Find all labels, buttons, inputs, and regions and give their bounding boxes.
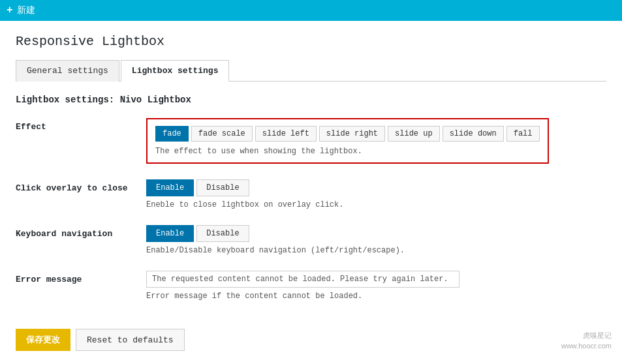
- error-message-label: Error message: [16, 271, 146, 284]
- error-message-control: Error message if the content cannot be l…: [146, 271, 606, 301]
- effect-btn-slide-down[interactable]: slide down: [443, 126, 504, 142]
- tab-general[interactable]: General settings: [16, 60, 119, 82]
- effect-row: Effect fade fade scale slide left slide …: [16, 118, 606, 164]
- main-content: Responsive Lightbox General settings Lig…: [0, 21, 622, 364]
- effect-hint: The effect to use when showing the light…: [155, 147, 540, 156]
- footer-buttons: 保存更改 Reset to defaults: [16, 329, 185, 351]
- overlay-close-control: Enable Disable Eneble to close lightbox …: [146, 179, 606, 209]
- effect-btn-fall[interactable]: fall: [506, 126, 540, 142]
- plus-icon: +: [7, 5, 13, 16]
- watermark-line2: www.hoocr.com: [561, 341, 612, 351]
- error-message-row: Error message Error message if the conte…: [16, 271, 606, 301]
- effect-control: fade fade scale slide left slide right s…: [146, 118, 606, 164]
- watermark: 虎嗅星记 www.hoocr.com: [561, 331, 612, 351]
- keyboard-nav-toggle: Enable Disable: [146, 225, 606, 242]
- overlay-close-toggle: Enable Disable: [146, 179, 606, 196]
- keyboard-nav-control: Enable Disable Enable/Disable keyboard n…: [146, 225, 606, 255]
- keyboard-nav-enable[interactable]: Enable: [146, 225, 194, 242]
- overlay-close-row: Click overlay to close Enable Disable En…: [16, 179, 606, 209]
- keyboard-nav-label: Keyboard navigation: [16, 225, 146, 239]
- page-title: Responsive Lightbox: [16, 34, 606, 49]
- effect-label: Effect: [16, 118, 146, 132]
- keyboard-nav-disable[interactable]: Disable: [196, 225, 249, 242]
- top-bar: + 新建: [0, 0, 622, 21]
- tab-lightbox[interactable]: Lightbox settings: [121, 60, 230, 82]
- effect-btn-slide-up[interactable]: slide up: [388, 126, 440, 142]
- keyboard-nav-row: Keyboard navigation Enable Disable Enabl…: [16, 225, 606, 255]
- save-button[interactable]: 保存更改: [16, 329, 70, 351]
- section-heading: Lightbox settings: Nivo Lightbox: [16, 95, 606, 105]
- overlay-close-enable[interactable]: Enable: [146, 179, 194, 196]
- effect-btn-fade[interactable]: fade: [155, 126, 189, 142]
- overlay-close-label: Click overlay to close: [16, 179, 146, 193]
- effect-buttons: fade fade scale slide left slide right s…: [155, 126, 540, 142]
- error-message-input[interactable]: [146, 271, 459, 288]
- overlay-close-hint: Eneble to close lightbox on overlay clic…: [146, 200, 606, 209]
- effect-box: fade fade scale slide left slide right s…: [146, 118, 549, 164]
- reset-button[interactable]: Reset to defaults: [76, 329, 185, 351]
- error-message-hint: Error message if the content cannot be l…: [146, 292, 606, 301]
- effect-btn-slide-left[interactable]: slide left: [255, 126, 317, 142]
- overlay-close-disable[interactable]: Disable: [196, 179, 249, 196]
- keyboard-nav-hint: Enable/Disable keyboard navigation (left…: [146, 246, 606, 255]
- tabs-container: General settings Lightbox settings: [16, 59, 606, 82]
- effect-btn-slide-right[interactable]: slide right: [319, 126, 385, 142]
- effect-btn-fade-scale[interactable]: fade scale: [191, 126, 253, 142]
- watermark-line1: 虎嗅星记: [561, 331, 612, 341]
- new-label: 新建: [17, 5, 35, 16]
